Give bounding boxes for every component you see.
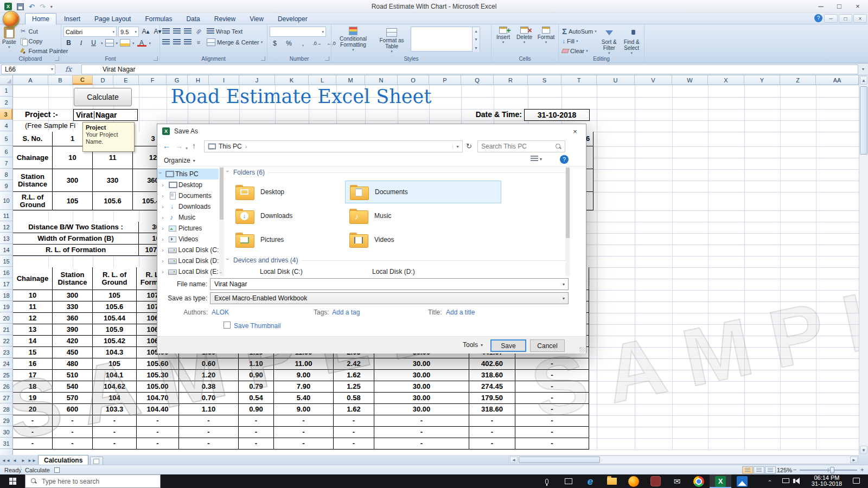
main-scrollbar[interactable] — [565, 166, 570, 276]
folder-tile-desktop[interactable]: Desktop — [231, 181, 342, 203]
lower-table-cell[interactable]: - — [137, 438, 179, 450]
grow-font-button[interactable]: A▴ — [141, 27, 151, 36]
clipboard-dialog-launcher[interactable] — [55, 56, 59, 61]
dialog-search-box[interactable]: Search This PC — [477, 140, 565, 152]
increase-decimal-icon[interactable]: .0→ — [312, 38, 322, 48]
lower-table-cell[interactable]: - — [274, 438, 334, 450]
folder-tile-pictures[interactable]: Pictures — [231, 228, 342, 251]
project-value-cell[interactable]: ViratNagar — [73, 109, 138, 121]
autosum-button[interactable]: ΣAutoSum▾ — [561, 27, 597, 36]
lower-table-cell[interactable]: 17 — [13, 370, 53, 381]
tree-scrollbar[interactable]: › — [219, 166, 224, 276]
fill-button[interactable]: ↓Fill▾ — [561, 36, 597, 46]
lower-table-cell[interactable]: 0.54 — [239, 393, 274, 404]
row-header-30[interactable]: 30 — [0, 427, 12, 438]
column-header-Z[interactable]: Z — [780, 75, 816, 85]
row-header-28[interactable]: 28 — [0, 404, 12, 415]
zoom-slider-track[interactable] — [800, 470, 857, 471]
maximize-button[interactable]: □ — [830, 0, 848, 12]
zoom-slider-thumb[interactable] — [830, 467, 834, 473]
lower-table-cell[interactable]: - — [515, 404, 589, 415]
lower-table-cell[interactable]: 30.00 — [374, 404, 469, 415]
lower-table-cell[interactable]: 1.10 — [239, 358, 274, 370]
horizontal-scroll-thumb[interactable] — [519, 457, 600, 463]
start-button[interactable] — [0, 474, 25, 488]
folder-tile-downloads[interactable]: ↓Downloads — [231, 204, 342, 227]
taskbar-excel-button[interactable]: X — [710, 474, 731, 488]
lower-table-cell[interactable]: 105.60 — [137, 358, 179, 370]
lower-table-cell[interactable]: 480 — [53, 358, 93, 370]
dialog-close-button[interactable]: × — [564, 124, 586, 138]
column-header-J[interactable]: J — [239, 75, 275, 85]
tree-item-local-disk-d-[interactable]: ›Local Disk (D:) — [157, 255, 219, 266]
office-button[interactable] — [3, 11, 20, 28]
lower-table-cell[interactable]: 5.40 — [274, 393, 334, 404]
tree-chevron-icon[interactable]: › — [162, 226, 166, 231]
lower-table-cell[interactable]: 30.00 — [374, 370, 469, 381]
next-sheet-icon[interactable]: ► — [20, 457, 27, 464]
align-middle-icon[interactable] — [173, 28, 181, 34]
lower-table-cell[interactable]: 30.00 — [374, 381, 469, 393]
folder-tile-music[interactable]: ♪Music — [345, 204, 456, 227]
lower-table-cell[interactable]: - — [13, 415, 53, 427]
row-header-25[interactable]: 25 — [0, 370, 12, 381]
cancel-button[interactable]: Cancel — [530, 339, 565, 352]
column-header-U[interactable]: U — [597, 75, 635, 85]
row-header-26[interactable]: 26 — [0, 381, 12, 392]
row-header-31[interactable]: 31 — [0, 438, 12, 449]
row-header-9[interactable]: 9 — [0, 181, 12, 191]
column-header-AA[interactable]: AA — [816, 75, 859, 85]
insert-function-icon[interactable]: fx — [55, 65, 81, 73]
lower-table-cell[interactable]: 30.00 — [374, 393, 469, 404]
lower-table-cell[interactable]: - — [53, 427, 93, 438]
save-button[interactable]: Save — [490, 339, 526, 352]
lower-table-cell[interactable]: 420 — [53, 336, 93, 347]
font-family-combobox[interactable]: Calibri▾ — [63, 27, 117, 37]
row-header-19[interactable]: 19 — [0, 301, 12, 312]
lower-table-cell[interactable]: - — [469, 415, 515, 427]
lower-table-cell[interactable]: - — [137, 427, 179, 438]
tree-chevron-icon[interactable]: › — [162, 247, 166, 253]
row-header-18[interactable]: 18 — [0, 290, 12, 301]
organize-button[interactable]: Organize▾ — [164, 157, 195, 164]
orientation-icon[interactable]: ab — [193, 26, 204, 37]
tree-chevron-icon[interactable]: › — [162, 236, 166, 242]
lower-table-cell[interactable]: 540 — [53, 381, 93, 393]
lower-table-cell[interactable]: 9.00 — [274, 370, 334, 381]
drive-label-d[interactable]: Local Disk (D:) — [372, 268, 415, 275]
column-header-F[interactable]: F — [139, 75, 167, 85]
sheet-tab-calculations[interactable]: Calculations — [38, 455, 88, 465]
row-header-17[interactable]: 17 — [0, 279, 12, 290]
column-header-N[interactable]: N — [365, 75, 398, 85]
select-all-corner[interactable] — [0, 75, 13, 85]
format-as-table-button[interactable]: Format as Table ▾ — [375, 27, 409, 53]
lower-table-cell[interactable]: 16 — [13, 358, 53, 370]
ribbon-tab-page-layout[interactable]: Page Layout — [88, 14, 137, 25]
lower-table-cell[interactable]: - — [53, 438, 93, 450]
lower-table-cell[interactable]: 104.40 — [137, 404, 179, 415]
column-header-Q[interactable]: Q — [461, 75, 494, 85]
lower-table-cell[interactable]: 105.42 — [93, 336, 137, 347]
lower-table-cell[interactable]: 30.00 — [374, 358, 469, 370]
lower-table-cell[interactable]: 105.44 — [93, 313, 137, 324]
lower-table-cell[interactable]: 105.6 — [93, 301, 137, 313]
status-calculate[interactable]: Calculate — [25, 467, 50, 473]
main-scroll-thumb[interactable] — [566, 168, 570, 238]
column-header-P[interactable]: P — [429, 75, 461, 85]
alignment-dialog-launcher[interactable] — [261, 56, 265, 61]
lower-table-cell[interactable]: - — [179, 438, 239, 450]
lower-table-cell[interactable]: 1.62 — [334, 370, 374, 381]
font-color-icon[interactable]: A — [137, 38, 147, 47]
column-header-W[interactable]: W — [672, 75, 708, 85]
lower-table-cell[interactable]: 300 — [53, 290, 93, 301]
tree-item-desktop[interactable]: ›Desktop — [157, 179, 219, 190]
comma-button[interactable]: , — [298, 38, 308, 48]
bold-button[interactable]: B — [63, 38, 74, 48]
tree-item-music[interactable]: ›Music — [157, 212, 219, 223]
taskbar-app-button[interactable] — [644, 474, 666, 488]
formula-input[interactable]: Virat Nagar — [81, 65, 858, 74]
row-header-2[interactable]: 2 — [0, 97, 12, 108]
lower-table-cell[interactable]: - — [334, 427, 374, 438]
up-icon[interactable]: ↑ — [192, 142, 196, 150]
tree-chevron-icon[interactable]: › — [162, 258, 166, 264]
